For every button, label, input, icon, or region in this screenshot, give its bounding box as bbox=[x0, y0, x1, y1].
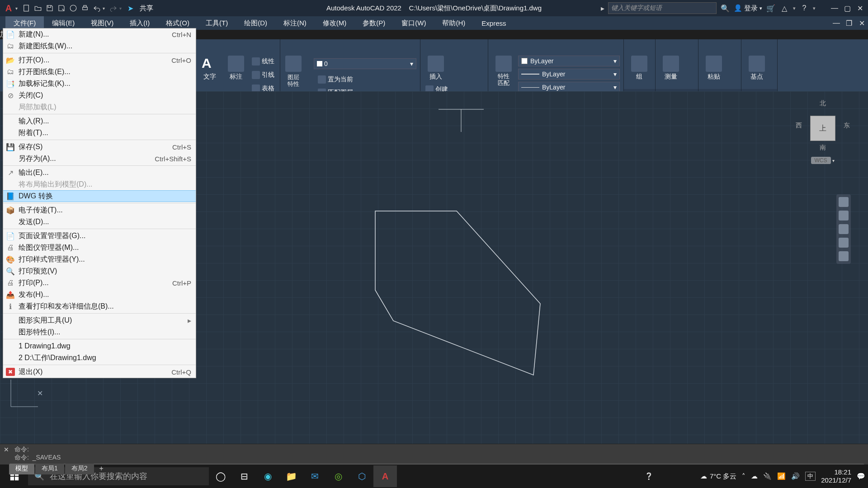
file-menu-item[interactable]: 另存为(A)...Ctrl+Shift+S bbox=[3, 153, 196, 164]
app-green-icon[interactable]: ◎ bbox=[326, 465, 350, 487]
tab-layout1[interactable]: 布局1 bbox=[35, 464, 64, 474]
file-menu-item[interactable]: ✖退出(X)Ctrl+Q bbox=[3, 366, 196, 378]
redo-dropdown-icon[interactable]: ▾ bbox=[119, 6, 122, 11]
file-menu-item[interactable]: 图形实用工具(U)▸ bbox=[3, 314, 196, 326]
file-menu-item[interactable]: 📦电子传递(T)... bbox=[3, 204, 196, 216]
qat-open-icon[interactable] bbox=[32, 2, 44, 14]
viewcube-top[interactable]: 上 bbox=[810, 116, 835, 141]
file-menu-item[interactable]: 图形特性(I)... bbox=[3, 326, 196, 338]
doc-restore-button[interactable]: ❐ bbox=[843, 16, 855, 30]
tab-model[interactable]: 模型 bbox=[9, 464, 34, 474]
menu-draw[interactable]: 绘图(D) bbox=[236, 16, 275, 30]
insert-block-button[interactable]: 插入 bbox=[424, 56, 448, 81]
tray-volume-icon[interactable]: 🔊 bbox=[791, 472, 800, 480]
color-combo[interactable]: ByLayer▾ bbox=[518, 56, 620, 66]
layer-combo[interactable]: 0 ▾ bbox=[314, 58, 416, 69]
nav-showmotion-icon[interactable] bbox=[839, 251, 849, 261]
match-props-button[interactable]: 特性 匹配 bbox=[492, 56, 515, 86]
file-menu-item[interactable]: ℹ查看打印和发布详细信息(B)... bbox=[3, 300, 196, 312]
qat-plot-icon[interactable] bbox=[79, 2, 91, 14]
nav-pan-icon[interactable] bbox=[839, 211, 849, 221]
lineweight-combo[interactable]: ByLayer▾ bbox=[518, 69, 620, 80]
notifications-icon[interactable]: 💬 bbox=[857, 472, 865, 480]
cart-icon[interactable]: 🛒 bbox=[766, 3, 776, 13]
menu-help[interactable]: 帮助(H) bbox=[434, 16, 473, 30]
file-menu-item[interactable]: 📘DWG 转换 bbox=[3, 190, 196, 202]
file-menu-item[interactable]: 📑加载标记集(K)... bbox=[3, 78, 196, 89]
window-minimize-button[interactable]: — bbox=[828, 3, 841, 13]
file-menu-item[interactable]: 🔍打印预览(V) bbox=[3, 265, 196, 277]
qat-undo-icon[interactable] bbox=[91, 2, 103, 14]
play-icon[interactable]: ▸ bbox=[601, 4, 604, 13]
login-button[interactable]: 👤 登录 ▾ bbox=[734, 4, 762, 13]
qat-save-icon[interactable] bbox=[44, 2, 56, 14]
nav-zoom-icon[interactable] bbox=[839, 224, 849, 234]
file-menu-item[interactable]: ↗输出(E)... bbox=[3, 167, 196, 178]
file-menu-item[interactable]: 输入(R)... bbox=[3, 115, 196, 127]
autodesk-app-icon[interactable]: △ bbox=[779, 3, 789, 13]
share-label[interactable]: 共享 bbox=[140, 4, 153, 13]
file-menu-item[interactable]: 📂打开(O)...Ctrl+O bbox=[3, 54, 196, 66]
weather-widget[interactable]: ☁ 7°C 多云 bbox=[700, 472, 736, 481]
file-menu-item[interactable]: 🖨打印(P)...Ctrl+P bbox=[3, 277, 196, 289]
file-menu-item[interactable]: 附着(T)... bbox=[3, 127, 196, 139]
tab-add-button[interactable]: + bbox=[95, 464, 108, 474]
qat-web-icon[interactable] bbox=[67, 2, 79, 14]
qat-share-icon[interactable]: ➤ bbox=[124, 2, 136, 14]
tray-ime-icon[interactable]: 中 bbox=[805, 472, 816, 481]
taskbar-clock[interactable]: 18:21 2021/12/7 bbox=[821, 468, 851, 484]
menu-parametric[interactable]: 参数(P) bbox=[354, 16, 393, 30]
set-current-layer-button[interactable]: 置为当前 bbox=[316, 74, 354, 85]
paste-button[interactable]: 粘贴 bbox=[702, 56, 726, 81]
cortana-icon[interactable]: ⊟ bbox=[232, 465, 256, 487]
undo-dropdown-icon[interactable]: ▾ bbox=[103, 6, 105, 11]
basepoint-button[interactable]: 基点 bbox=[745, 56, 769, 81]
qat-redo-icon[interactable] bbox=[108, 2, 119, 14]
file-menu-item[interactable]: 🗂新建图纸集(W)... bbox=[3, 40, 196, 52]
help-search-input[interactable]: 键入关键字或短语 bbox=[608, 2, 717, 14]
qat-new-icon[interactable] bbox=[20, 2, 32, 14]
tray-chevron-icon[interactable]: ˄ bbox=[742, 472, 745, 480]
menu-modify[interactable]: 修改(M) bbox=[315, 16, 355, 30]
menu-express[interactable]: Express bbox=[473, 16, 514, 30]
viewcube-south[interactable]: 南 bbox=[796, 144, 850, 152]
linear-dim-button[interactable]: 线性 bbox=[250, 56, 276, 67]
autocad-taskbar-icon[interactable]: A bbox=[373, 465, 397, 487]
file-menu-item[interactable]: 🗂打开图纸集(E)... bbox=[3, 66, 196, 78]
file-menu-item[interactable]: 📤发布(H)... bbox=[3, 289, 196, 300]
tab-layout2[interactable]: 布局2 bbox=[65, 464, 94, 474]
menu-window[interactable]: 窗口(W) bbox=[393, 16, 434, 30]
menu-tools[interactable]: 工具(T) bbox=[198, 16, 236, 30]
viewcube-north[interactable]: 北 bbox=[796, 99, 850, 108]
autocad-logo-icon[interactable]: A bbox=[4, 3, 14, 13]
explorer-icon[interactable]: 📁 bbox=[279, 465, 303, 487]
leader-button[interactable]: 引线 bbox=[250, 69, 276, 81]
app-cloud-icon[interactable]: ⬡ bbox=[350, 465, 373, 487]
mail-icon[interactable]: ✉ bbox=[303, 465, 326, 487]
file-menu-item[interactable]: 发送(D)... bbox=[3, 216, 196, 228]
file-menu-item[interactable]: 2 D:\工作\Drawing1.dwg bbox=[3, 352, 196, 364]
tray-onedrive-icon[interactable]: ☁ bbox=[751, 472, 758, 480]
file-menu-item[interactable]: 🖨绘图仪管理器(M)... bbox=[3, 242, 196, 253]
search-icon[interactable]: 🔍 bbox=[720, 3, 730, 13]
doc-minimize-button[interactable]: — bbox=[830, 16, 843, 30]
help-bubble-icon[interactable]: ❔ bbox=[645, 472, 653, 480]
nav-orbit-icon[interactable] bbox=[839, 238, 849, 248]
app-menu-dropdown-icon[interactable]: ▾ bbox=[15, 6, 18, 11]
view-cube[interactable]: 北 西 上 东 南 WCS ▾ bbox=[796, 99, 850, 163]
chevron-down-icon[interactable]: ▾ bbox=[813, 5, 816, 11]
text-button[interactable]: A文字 bbox=[198, 56, 222, 81]
file-menu-item[interactable]: 📄新建(N)...Ctrl+N bbox=[3, 28, 196, 40]
tray-network-icon[interactable]: 📶 bbox=[777, 472, 786, 480]
task-view-icon[interactable]: ◯ bbox=[209, 465, 232, 487]
qat-saveas-icon[interactable] bbox=[56, 2, 67, 14]
chevron-down-icon[interactable]: ▾ bbox=[832, 158, 835, 163]
dim-button[interactable]: 标注 bbox=[224, 56, 248, 81]
viewcube-east[interactable]: 东 bbox=[844, 122, 850, 130]
viewcube-west[interactable]: 西 bbox=[796, 122, 802, 130]
edge-icon[interactable]: ◉ bbox=[256, 465, 279, 487]
chevron-down-icon[interactable]: ▾ bbox=[793, 5, 796, 11]
window-close-button[interactable]: ✕ bbox=[854, 3, 866, 13]
wcs-badge[interactable]: WCS bbox=[811, 157, 831, 164]
file-menu-item[interactable]: 💾保存(S)Ctrl+S bbox=[3, 141, 196, 153]
